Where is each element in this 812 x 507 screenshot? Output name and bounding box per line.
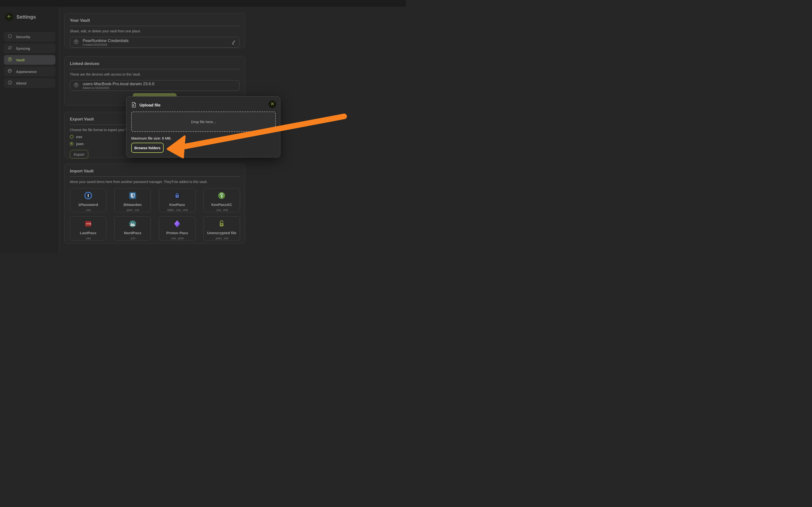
provider-name: KeePass <box>169 203 185 207</box>
provider-formats: .csv, .xml <box>215 208 228 212</box>
provider-formats: .csv, .json <box>170 237 184 240</box>
sidebar-item-security[interactable]: Security <box>4 32 55 42</box>
settings-sidebar: Settings Security Syncing <box>0 7 59 253</box>
keepassxc-icon <box>217 191 226 201</box>
import-vault-card: Import Vault Move your saved items here … <box>64 164 245 244</box>
lastpass-icon <box>84 220 92 229</box>
sidebar-item-appearance[interactable]: Appearance <box>4 67 55 76</box>
divider <box>70 176 240 177</box>
card-title: Import Vault <box>70 169 240 174</box>
close-button[interactable] <box>268 101 276 108</box>
edit-pencil-icon[interactable] <box>231 40 236 45</box>
export-button[interactable]: Export <box>70 150 88 159</box>
unencrypted-lock-icon <box>217 220 226 229</box>
1password-icon <box>84 191 92 201</box>
provider-name: KeePassXC <box>211 203 232 207</box>
vault-name: PearRuntime Credentials <box>83 38 129 43</box>
palette-icon <box>7 68 12 74</box>
info-icon <box>7 80 12 86</box>
provider-name: NordPass <box>124 231 141 235</box>
sync-icon <box>7 45 12 51</box>
device-added-date: Added on 02/03/2026 <box>83 87 154 89</box>
vault-key-icon <box>73 82 79 89</box>
provider-formats: .json, .csv <box>126 208 140 212</box>
sidebar-item-label: Security <box>16 35 30 39</box>
provider-formats: .csv <box>85 208 91 212</box>
provider-formats: .json, .csv <box>215 237 229 240</box>
nordpass-icon <box>129 220 137 229</box>
sidebar-header: Settings <box>5 12 59 21</box>
back-arrow-icon <box>7 14 12 20</box>
import-providers-grid: 1Password .csv Bitwarden .json, .csv <box>70 188 240 240</box>
sidebar-item-syncing[interactable]: Syncing <box>4 44 55 53</box>
close-x-icon <box>270 102 274 107</box>
provider-name: Proton Pass <box>166 231 188 235</box>
card-description: These are the devices with access to thi… <box>70 72 240 76</box>
upload-file-modal: Upload file Drop file here... Maximum fi… <box>126 96 280 157</box>
sidebar-item-about[interactable]: About <box>4 78 55 88</box>
sidebar-item-label: Vault <box>16 58 24 62</box>
vault-key-icon <box>7 57 12 63</box>
file-document-icon <box>131 102 137 109</box>
radio-option-csv[interactable]: csv <box>70 135 82 139</box>
back-button[interactable] <box>5 12 13 21</box>
sidebar-title: Settings <box>16 14 36 20</box>
import-tile-1password[interactable]: 1Password .csv <box>70 188 106 212</box>
radio-option-json[interactable]: json <box>70 142 84 146</box>
provider-formats: .kdbx, .csv, .xml <box>166 208 188 212</box>
provider-formats: .csv <box>85 237 91 240</box>
import-tile-keepass[interactable]: KeePass .kdbx, .csv, .xml <box>159 188 196 212</box>
radio-circle-icon <box>70 135 73 138</box>
provider-name: 1Password <box>78 203 98 207</box>
import-tile-bitwarden[interactable]: Bitwarden .json, .csv <box>114 188 151 212</box>
vault-created-date: Created 02/03/2026 <box>83 43 129 46</box>
import-tile-lastpass[interactable]: LastPass .csv <box>70 216 106 240</box>
file-dropzone[interactable]: Drop file here... <box>131 112 276 132</box>
import-tile-unencrypted[interactable]: Unencrypted file .json, .csv <box>203 216 240 240</box>
radio-label: json <box>76 142 84 146</box>
card-description: Share, edit, or delete your vault from o… <box>70 29 240 33</box>
modal-title: Upload file <box>140 103 160 108</box>
card-description: Move your saved items here from another … <box>70 180 240 184</box>
sidebar-item-label: About <box>16 81 27 85</box>
sidebar-nav: Security Syncing Vault <box>4 32 55 88</box>
sidebar-item-label: Syncing <box>16 46 30 50</box>
browse-folders-button[interactable]: Browse folders <box>131 143 164 153</box>
sidebar-item-vault[interactable]: Vault <box>4 55 55 65</box>
bitwarden-icon <box>129 191 137 201</box>
vault-row: PearRuntime Credentials Created 02/03/20… <box>70 37 240 48</box>
window-titlebar <box>0 0 406 7</box>
provider-name: Bitwarden <box>123 203 142 207</box>
protonpass-icon <box>173 220 181 229</box>
keepass-icon <box>173 191 181 201</box>
card-title: Linked devices <box>70 61 240 66</box>
modal-header: Upload file <box>131 102 275 109</box>
import-tile-keepassxc[interactable]: KeePassXC .csv, .xml <box>203 188 240 212</box>
import-tile-nordpass[interactable]: NordPass .csv <box>114 216 151 240</box>
card-title: Your Vault <box>70 18 240 23</box>
divider <box>70 26 240 26</box>
device-name: users-MacBook-Pro.local darwin 23.6.0 <box>83 81 154 86</box>
provider-name: LastPass <box>80 231 96 235</box>
import-tile-protonpass[interactable]: Proton Pass .csv, .json <box>159 216 196 240</box>
radio-circle-selected-icon <box>70 142 73 146</box>
max-file-size-text: Maximum file size: 6 MB. <box>131 136 171 140</box>
shield-icon <box>7 34 12 40</box>
provider-formats: .csv <box>130 237 135 240</box>
dropzone-text: Drop file here... <box>191 120 216 124</box>
your-vault-card: Your Vault Share, edit, or delete your v… <box>64 13 245 48</box>
device-row: users-MacBook-Pro.local darwin 23.6.0 Ad… <box>70 80 240 91</box>
sidebar-item-label: Appearance <box>16 69 37 74</box>
radio-label: csv <box>76 135 82 139</box>
provider-name: Unencrypted file <box>207 231 236 235</box>
vault-key-icon <box>73 39 79 45</box>
divider <box>70 69 240 69</box>
